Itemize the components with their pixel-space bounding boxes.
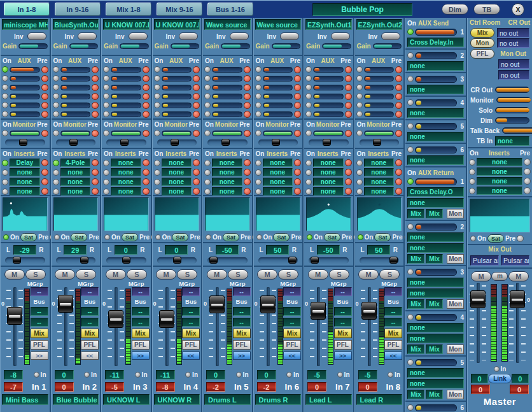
insert-pre-knob[interactable] [395,159,402,166]
aux-send-on-led[interactable] [407,76,414,82]
master-insert-pre-knob[interactable] [524,159,531,166]
insert-on-led[interactable] [356,188,363,195]
db-value[interactable]: 0 [257,370,276,380]
channel-sat-button[interactable]: Sat [223,233,239,241]
mgrp-box[interactable]: -- [233,287,251,296]
mix-out-field[interactable]: Pulsar an [470,255,499,266]
channel-name-field[interactable]: EZSynth.Out2 [356,19,403,30]
aux-send-name-field[interactable]: Cross Delay.In [407,38,464,47]
aux-return-name-field[interactable]: none [407,334,464,343]
route-button[interactable]: >> [334,352,352,360]
monitor-pan-slider[interactable] [5,139,45,146]
gain-value[interactable]: 0 [307,382,326,392]
aux-pre-knob[interactable] [41,66,48,73]
monitor-pan-slider[interactable] [309,139,349,146]
in-radio[interactable]: In [388,371,400,378]
aux-level-slider[interactable] [364,103,395,108]
master-insert-slot[interactable]: none [477,158,522,166]
db-value[interactable]: 0 [55,370,74,380]
pfl-button[interactable]: PFL [334,340,352,350]
aux-level-slider[interactable] [313,85,344,90]
pfl-button[interactable]: PFL [283,340,301,350]
aux-pre-knob[interactable] [294,66,301,73]
return-mix-button[interactable]: Mix [426,390,443,399]
insert-slot[interactable]: none [60,178,91,186]
aux-send-name-field[interactable]: none [407,108,464,118]
aux-pre-knob[interactable] [294,84,301,91]
patch-name-field[interactable]: Mini Bass [2,394,48,405]
mgrp-box[interactable]: -- [182,287,200,296]
aux-on-led[interactable] [2,102,8,108]
aux-level-slider[interactable] [263,76,293,82]
aux-on-led[interactable] [255,93,262,99]
channel-sat-button[interactable]: Sat [20,233,37,241]
monitor-pre-knob[interactable] [294,130,301,137]
aux-pre-knob[interactable] [143,93,150,100]
patch-name-field[interactable]: Lead L [305,394,352,405]
channel-name-field[interactable]: Wave source [204,19,251,30]
insert-pre-knob[interactable] [143,159,150,166]
return-mix-button[interactable]: Mix [407,299,424,309]
insert-slot[interactable]: none [263,187,293,195]
fader-track[interactable] [260,287,276,366]
aux-on-led[interactable] [2,75,8,82]
aux-pre-knob[interactable] [395,66,402,73]
aux-on-led[interactable] [2,84,8,90]
aux-send-name-field[interactable]: none [407,155,464,165]
route-button[interactable]: << [283,352,301,360]
mix-button[interactable]: Mix [182,329,200,338]
insert-slot[interactable]: none [212,168,242,176]
aux-pre-knob[interactable] [244,111,251,118]
aux-send-name-field[interactable]: none [407,132,464,141]
pan-value[interactable]: -50 [216,245,239,255]
gain-slider[interactable] [322,43,351,49]
aux-send-level-slider[interactable] [415,29,457,36]
aux-on-led[interactable] [154,66,160,73]
tab-in1-8[interactable]: In 1-8 [4,3,50,16]
master-mute-center-button[interactable]: m [491,272,508,281]
channel-name-field[interactable]: Wave source [255,19,302,30]
aux-on-led[interactable] [356,75,363,82]
aux-pre-knob[interactable] [193,111,200,118]
monitor-pan-slider[interactable] [56,139,96,146]
aux-level-slider[interactable] [10,67,40,73]
aux-level-slider[interactable] [364,94,395,99]
gain-value[interactable]: -2 [257,382,276,392]
aux-level-slider[interactable] [10,76,40,82]
aux-on-led[interactable] [356,93,363,99]
pfl-button[interactable]: PFL [233,340,251,350]
link-button[interactable]: Link [488,374,511,383]
aux-on-led[interactable] [255,75,262,82]
aux-on-led[interactable] [154,102,160,108]
aux-on-led[interactable] [2,66,8,73]
mgrp-box[interactable]: -- [384,287,402,296]
insert-slot[interactable]: none [162,187,192,195]
insert-pre-knob[interactable] [41,178,48,185]
invert-button[interactable] [230,32,249,40]
solo-button[interactable]: S [228,269,248,280]
aux-pre-knob[interactable] [92,84,99,91]
aux-send-level-slider[interactable] [415,146,457,153]
return-mix-button[interactable]: Mix [426,254,443,264]
aux-level-slider[interactable] [212,111,242,117]
channel-sat-button[interactable]: Sat [273,233,290,241]
aux-level-slider[interactable] [364,111,395,117]
gain-slider[interactable] [69,43,98,49]
insert-slot[interactable]: none [364,178,395,186]
master-insert-on-led[interactable] [469,169,475,175]
invert-button[interactable] [78,32,97,40]
insert-on-led[interactable] [2,160,8,166]
gain-slider[interactable] [18,43,47,49]
db-value[interactable]: -11 [105,370,124,380]
return-mon-button[interactable]: Mon [447,299,464,309]
aux-on-led[interactable] [53,66,59,73]
insert-on-led[interactable] [103,160,109,166]
insert-pre-knob[interactable] [143,188,150,195]
aux-on-led[interactable] [356,102,363,108]
aux-on-led[interactable] [204,102,211,108]
tab-mix1-8[interactable]: Mix 1-8 [106,3,151,16]
aux-on-led[interactable] [356,66,363,73]
aux-on-led[interactable] [53,93,59,99]
insert-slot[interactable]: none [60,168,91,176]
fader-track[interactable] [209,287,225,366]
